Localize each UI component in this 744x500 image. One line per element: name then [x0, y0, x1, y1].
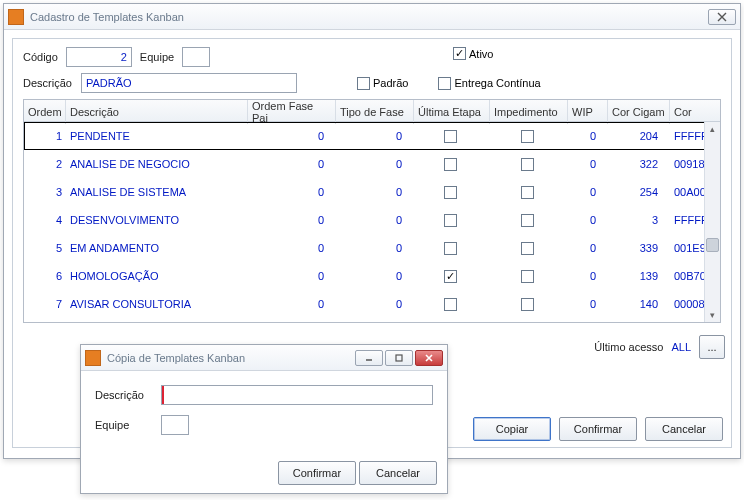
cell-impedimento[interactable] [490, 186, 568, 199]
cell-ultima-etapa[interactable] [414, 186, 490, 199]
copy-title: Cópia de Templates Kanban [107, 352, 355, 364]
maximize-icon[interactable] [385, 350, 413, 366]
ativo-checkbox[interactable]: Ativo [453, 47, 493, 60]
table-row[interactable]: 3 ANALISE DE SISTEMA 0 0 0 254 00A00000 [24, 178, 720, 206]
cell-ultima-etapa[interactable] [414, 130, 490, 143]
table-row[interactable]: 1 PENDENTE 0 0 0 204 FFFFFFF0 [24, 122, 720, 150]
cell-impedimento[interactable] [490, 214, 568, 227]
cell-descricao: EM ANDAMENTO [66, 242, 248, 254]
scroll-down-icon[interactable]: ▾ [706, 308, 719, 322]
col-descricao[interactable]: Descrição [66, 100, 248, 124]
cell-descricao: HOMOLOGAÇÃO [66, 270, 248, 282]
copy-descricao-input[interactable] [161, 385, 433, 405]
grid-body: 1 PENDENTE 0 0 0 204 FFFFFFF0 2 ANALISE … [24, 122, 720, 322]
cell-tipo-fase: 0 [336, 298, 414, 310]
cell-ordem: 7 [24, 298, 66, 310]
table-row[interactable]: 5 EM ANDAMENTO 0 0 0 339 001E954D [24, 234, 720, 262]
checkbox-icon [444, 298, 457, 311]
col-ultima-etapa[interactable]: Última Etapa [414, 100, 490, 124]
cell-ultima-etapa[interactable] [414, 242, 490, 255]
copy-footer: Confirmar Cancelar [81, 455, 447, 485]
more-button[interactable]: ... [699, 335, 725, 359]
cell-ordem: 4 [24, 214, 66, 226]
cell-ordem-fase-pai: 0 [248, 130, 336, 142]
ativo-label: Ativo [469, 48, 493, 60]
cell-ordem: 2 [24, 158, 66, 170]
cell-cor-cigam: 3 [608, 214, 670, 226]
close-icon[interactable] [415, 350, 443, 366]
cell-descricao: DESENVOLVIMENTO [66, 214, 248, 226]
col-ordem[interactable]: Ordem [24, 100, 66, 124]
col-impedimento[interactable]: Impedimento [490, 100, 568, 124]
cell-impedimento[interactable] [490, 158, 568, 171]
copy-equipe-input[interactable] [161, 415, 189, 435]
col-tipo-fase[interactable]: Tipo de Fase [336, 100, 414, 124]
ultimo-acesso-value: ALL [671, 341, 691, 353]
table-row[interactable]: 2 ANALISE DE NEGOCIO 0 0 0 322 0091867E [24, 150, 720, 178]
cell-ultima-etapa[interactable] [414, 158, 490, 171]
cell-cor-cigam: 139 [608, 270, 670, 282]
cell-ultima-etapa[interactable] [414, 270, 490, 283]
equipe-input[interactable] [182, 47, 210, 67]
cell-ordem: 1 [24, 130, 66, 142]
cell-ordem-fase-pai: 0 [248, 214, 336, 226]
copy-cancelar-button[interactable]: Cancelar [359, 461, 437, 485]
checkbox-icon [444, 130, 457, 143]
entrega-label: Entrega Contínua [454, 77, 540, 89]
cell-tipo-fase: 0 [336, 214, 414, 226]
confirmar-button[interactable]: Confirmar [559, 417, 637, 441]
cell-impedimento[interactable] [490, 270, 568, 283]
grid-scrollbar[interactable]: ▴ ▾ [704, 122, 720, 322]
checkbox-icon [357, 77, 370, 90]
cell-descricao: PENDENTE [66, 130, 248, 142]
copiar-button[interactable]: Copiar [473, 417, 551, 441]
scroll-up-icon[interactable]: ▴ [706, 122, 719, 136]
cell-tipo-fase: 0 [336, 242, 414, 254]
cell-tipo-fase: 0 [336, 158, 414, 170]
col-cor[interactable]: Cor [670, 100, 721, 124]
checkbox-icon [521, 242, 534, 255]
col-ordem-fase-pai[interactable]: Ordem Fase Pai [248, 100, 336, 124]
descricao-label: Descrição [23, 77, 73, 89]
checkbox-icon [521, 186, 534, 199]
cell-impedimento[interactable] [490, 130, 568, 143]
checkbox-icon [444, 242, 457, 255]
cancelar-button[interactable]: Cancelar [645, 417, 723, 441]
table-row[interactable]: 7 AVISAR CONSULTORIA 0 0 0 140 000080FF [24, 290, 720, 318]
cell-impedimento[interactable] [490, 298, 568, 311]
checkbox-icon [438, 77, 451, 90]
copy-confirmar-button[interactable]: Confirmar [278, 461, 356, 485]
cell-ordem: 6 [24, 270, 66, 282]
codigo-label: Código [23, 51, 58, 63]
app-icon [85, 350, 101, 366]
scroll-thumb[interactable] [706, 238, 719, 252]
cell-ultima-etapa[interactable] [414, 214, 490, 227]
entrega-checkbox[interactable]: Entrega Contínua [438, 77, 540, 90]
cell-cor-cigam: 322 [608, 158, 670, 170]
padrao-checkbox[interactable]: Padrão [357, 77, 408, 90]
col-cor-cigam[interactable]: Cor Cigam [608, 100, 670, 124]
cell-wip: 0 [568, 158, 608, 170]
cell-ordem: 5 [24, 242, 66, 254]
table-row[interactable]: 4 DESENVOLVIMENTO 0 0 0 3 FFFFFFF2 [24, 206, 720, 234]
minimize-icon[interactable] [355, 350, 383, 366]
grid-header: Ordem Descrição Ordem Fase Pai Tipo de F… [24, 100, 720, 122]
cell-descricao: ANALISE DE SISTEMA [66, 186, 248, 198]
cell-cor-cigam: 339 [608, 242, 670, 254]
table-row[interactable]: 6 HOMOLOGAÇÃO 0 0 0 139 00B700B7 [24, 262, 720, 290]
cell-cor-cigam: 204 [608, 130, 670, 142]
col-wip[interactable]: WIP [568, 100, 608, 124]
copy-titlebar[interactable]: Cópia de Templates Kanban [81, 345, 447, 371]
close-icon[interactable] [708, 9, 736, 25]
main-titlebar[interactable]: Cadastro de Templates Kanban [4, 4, 740, 30]
cell-wip: 0 [568, 186, 608, 198]
codigo-input[interactable] [66, 47, 132, 67]
checkbox-icon [521, 130, 534, 143]
cell-tipo-fase: 0 [336, 130, 414, 142]
descricao-input[interactable] [81, 73, 297, 93]
cell-ordem-fase-pai: 0 [248, 298, 336, 310]
cell-ultima-etapa[interactable] [414, 298, 490, 311]
copy-descricao-label: Descrição [95, 389, 151, 401]
cell-impedimento[interactable] [490, 242, 568, 255]
checkbox-icon [521, 214, 534, 227]
